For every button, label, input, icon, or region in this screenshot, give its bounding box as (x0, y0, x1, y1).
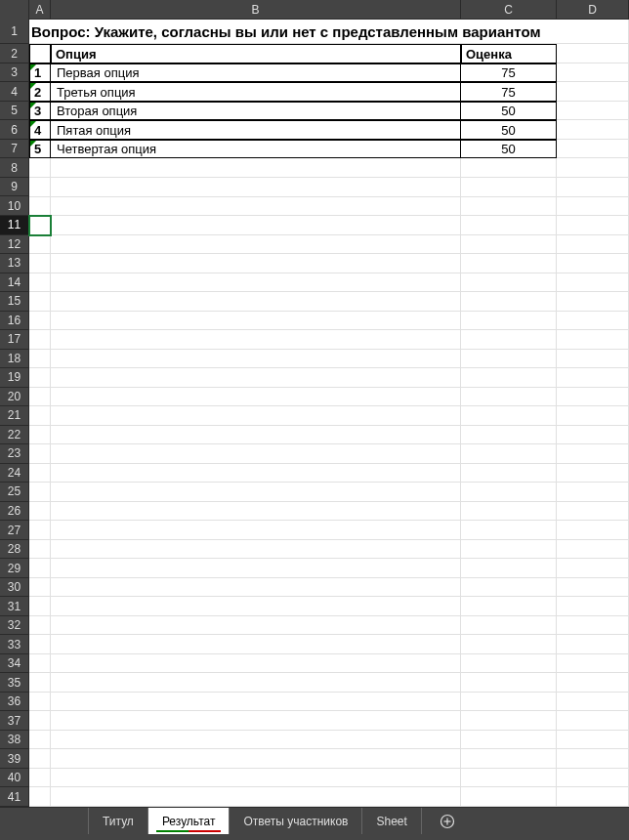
cell-B27[interactable] (51, 521, 461, 540)
row-header-19[interactable]: 19 (0, 368, 29, 388)
cell-B25[interactable] (51, 483, 461, 502)
row-header-21[interactable]: 21 (0, 406, 29, 426)
row-header-9[interactable]: 9 (0, 178, 29, 197)
row-header-31[interactable]: 31 (0, 597, 29, 616)
cell-B2[interactable]: Опция (51, 44, 461, 63)
cell-C24[interactable] (461, 464, 557, 483)
cell-D31[interactable] (557, 597, 629, 616)
cell-A36[interactable] (29, 693, 51, 712)
cell-C25[interactable] (461, 483, 557, 502)
cell-C8[interactable] (461, 158, 557, 178)
cell-D2[interactable] (557, 44, 629, 63)
cell-A39[interactable] (29, 749, 51, 769)
cell-A21[interactable] (29, 406, 51, 426)
cell-A16[interactable] (29, 312, 51, 331)
cell-D17[interactable] (557, 330, 629, 350)
cell-D33[interactable] (557, 635, 629, 654)
cell-B19[interactable] (51, 368, 461, 388)
row-header-14[interactable]: 14 (0, 273, 29, 293)
cell-D39[interactable] (557, 749, 629, 769)
cell-B24[interactable] (51, 464, 461, 483)
cell-A7[interactable]: 5 (29, 140, 51, 159)
cell-D40[interactable] (557, 769, 629, 788)
cell-C10[interactable] (461, 197, 557, 217)
cell-C9[interactable] (461, 178, 557, 197)
cell-B20[interactable] (51, 388, 461, 407)
cell-A25[interactable] (29, 483, 51, 502)
cell-C5[interactable]: 50 (461, 102, 557, 121)
cell-A35[interactable] (29, 673, 51, 693)
row-header-25[interactable]: 25 (0, 483, 29, 502)
cell-B35[interactable] (51, 673, 461, 693)
cell-D14[interactable] (557, 273, 629, 293)
cell-D8[interactable] (557, 158, 629, 178)
row-header-3[interactable]: 3 (0, 63, 29, 83)
cell-B18[interactable] (51, 350, 461, 369)
cell-C33[interactable] (461, 635, 557, 654)
cell-C23[interactable] (461, 444, 557, 464)
col-header-A[interactable]: A (29, 0, 51, 19)
cell-C41[interactable] (461, 787, 557, 807)
sheet-tab-0[interactable]: Титул (88, 808, 148, 834)
cell-C31[interactable] (461, 597, 557, 616)
cell-C17[interactable] (461, 330, 557, 350)
cell-D22[interactable] (557, 426, 629, 445)
cell-C26[interactable] (461, 502, 557, 522)
cell-C28[interactable] (461, 540, 557, 560)
cell-A11[interactable] (29, 216, 51, 235)
cell-C19[interactable] (461, 368, 557, 388)
row-header-13[interactable]: 13 (0, 254, 29, 273)
cell-C3[interactable]: 75 (461, 63, 557, 83)
cell-A40[interactable] (29, 769, 51, 788)
cell-A24[interactable] (29, 464, 51, 483)
row-header-1[interactable]: 1 (0, 20, 29, 44)
cell-B10[interactable] (51, 197, 461, 217)
cell-A29[interactable] (29, 559, 51, 578)
cell-B14[interactable] (51, 273, 461, 293)
cell-C6[interactable]: 50 (461, 120, 557, 140)
cell-D9[interactable] (557, 178, 629, 197)
row-header-17[interactable]: 17 (0, 330, 29, 350)
cell-B33[interactable] (51, 635, 461, 654)
cell-C38[interactable] (461, 731, 557, 750)
cell-D34[interactable] (557, 654, 629, 674)
cell-D5[interactable] (557, 102, 629, 121)
cell-C12[interactable] (461, 235, 557, 255)
cell-B3[interactable]: Первая опция (51, 63, 461, 83)
cell-A8[interactable] (29, 158, 51, 178)
row-header-15[interactable]: 15 (0, 292, 29, 312)
cell-A41[interactable] (29, 787, 51, 807)
cell-D28[interactable] (557, 540, 629, 560)
cell-C16[interactable] (461, 312, 557, 331)
row-header-7[interactable]: 7 (0, 140, 29, 159)
cell-B11[interactable] (51, 216, 461, 235)
cell-D15[interactable] (557, 292, 629, 312)
cell-D11[interactable] (557, 216, 629, 235)
cell-C2[interactable]: Оценка (461, 44, 557, 63)
cell-A17[interactable] (29, 330, 51, 350)
cell-B8[interactable] (51, 158, 461, 178)
cell-D38[interactable] (557, 731, 629, 750)
cell-D29[interactable] (557, 559, 629, 578)
cells-area[interactable]: Вопрос: Укажите, согласны вы или нет с п… (29, 20, 629, 807)
row-header-27[interactable]: 27 (0, 521, 29, 540)
row-header-11[interactable]: 11 (0, 216, 29, 235)
cell-D26[interactable] (557, 502, 629, 522)
cell-D25[interactable] (557, 483, 629, 502)
row-header-36[interactable]: 36 (0, 693, 29, 712)
cell-B16[interactable] (51, 312, 461, 331)
title-cell[interactable]: Вопрос: Укажите, согласны вы или нет с п… (29, 20, 629, 44)
cell-A28[interactable] (29, 540, 51, 560)
cell-C18[interactable] (461, 350, 557, 369)
sheet-tab-3[interactable]: Sheet (362, 808, 421, 834)
cell-D3[interactable] (557, 63, 629, 83)
row-header-8[interactable]: 8 (0, 158, 29, 178)
cell-B41[interactable] (51, 787, 461, 807)
row-header-20[interactable]: 20 (0, 388, 29, 407)
sheet-tab-2[interactable]: Ответы участников (230, 808, 362, 834)
cell-A14[interactable] (29, 273, 51, 293)
row-header-37[interactable]: 37 (0, 711, 29, 731)
cell-A34[interactable] (29, 654, 51, 674)
col-header-C[interactable]: C (461, 0, 557, 19)
cell-D19[interactable] (557, 368, 629, 388)
